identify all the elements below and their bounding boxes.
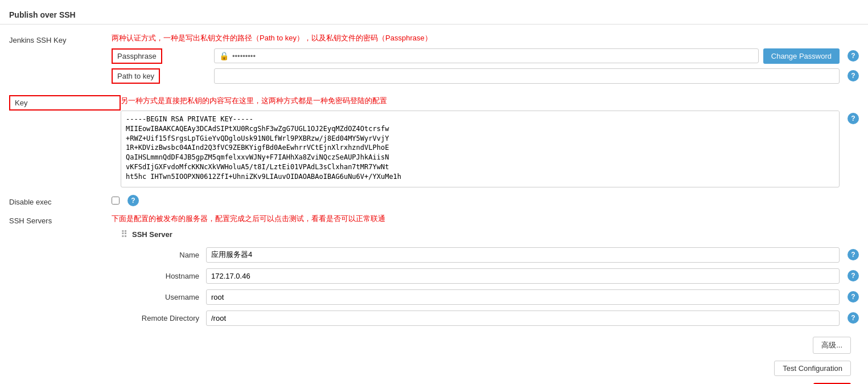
- lock-icon: 🔒: [219, 51, 229, 60]
- ssh-server-section: ⠿ SSH Server Name ? Hostname ?: [121, 229, 859, 329]
- server-name-control: ?: [206, 247, 859, 263]
- server-hostname-control: ?: [206, 268, 859, 284]
- server-username-label: Username: [121, 293, 206, 301]
- passphrase-input[interactable]: [232, 52, 754, 60]
- buttons-row: 高级...: [0, 332, 868, 358]
- server-remote-dir-input[interactable]: [206, 311, 840, 326]
- key-annotation: 另一种方式是直接把私钥的内容写在这里，这两种方式都是一种免密码登陆的配置: [121, 95, 859, 107]
- test-configuration-button[interactable]: Test Configuration: [774, 361, 851, 376]
- server-remote-dir-label: Remote Directory: [121, 314, 206, 322]
- server-hostname-input[interactable]: [206, 268, 840, 284]
- server-hostname-label: Hostname: [121, 272, 206, 280]
- ssh-server-header: ⠿ SSH Server: [121, 229, 859, 240]
- server-name-row: Name ?: [121, 244, 859, 265]
- server-username-row: Username ?: [121, 287, 859, 308]
- auth-annotation: 两种认证方式，一种是写出私钥文件的路径（Path to key），以及私钥文件的…: [112, 32, 859, 44]
- key-textarea[interactable]: [121, 111, 839, 185]
- path-to-key-help-icon[interactable]: ?: [848, 70, 859, 81]
- key-textarea-wrapper: [121, 111, 840, 187]
- server-remote-dir-row: Remote Directory ?: [121, 308, 859, 329]
- jenkins-ssh-key-row: Jenkins SSH Key 两种认证方式，一种是写出私钥文件的路径（Path…: [0, 30, 868, 92]
- drag-handle-icon[interactable]: ⠿: [121, 229, 127, 240]
- server-username-control: ?: [206, 289, 859, 305]
- server-username-input[interactable]: [206, 289, 840, 305]
- server-name-input[interactable]: [206, 247, 840, 263]
- disable-exec-row: Disable exec ?: [0, 191, 868, 210]
- key-label: Key: [9, 95, 121, 111]
- passphrase-label: Passphrase: [112, 48, 162, 64]
- server-name-help-icon[interactable]: ?: [848, 249, 859, 260]
- server-remote-dir-control: ?: [206, 311, 859, 326]
- delete-row: 删除: [0, 381, 868, 385]
- key-help-icon[interactable]: ?: [848, 113, 859, 124]
- advanced-button[interactable]: 高级...: [813, 337, 851, 354]
- page-container: Publish over SSH Jenkins SSH Key 两种认证方式，…: [0, 0, 868, 384]
- server-annotation: 下面是配置的被发布的服务器，配置完成之后可以点击测试，看看是否可以正常联通: [112, 213, 859, 224]
- test-config-row: Test Configuration: [0, 358, 868, 381]
- disable-exec-label: Disable exec: [9, 194, 112, 206]
- ssh-server-title: SSH Server: [132, 230, 172, 239]
- disable-exec-help-icon[interactable]: ?: [127, 195, 139, 206]
- change-password-button[interactable]: Change Password: [763, 48, 840, 64]
- key-row: Key 另一种方式是直接把私钥的内容写在这里，这两种方式都是一种免密码登陆的配置…: [0, 92, 868, 191]
- ssh-servers-row: SSH Servers 下面是配置的被发布的服务器，配置完成之后可以点击测试，看…: [0, 210, 868, 332]
- section-title: Publish over SSH: [0, 6, 868, 24]
- server-name-label: Name: [121, 251, 206, 259]
- server-hostname-row: Hostname ?: [121, 265, 859, 287]
- server-hostname-help-icon[interactable]: ?: [848, 270, 859, 281]
- path-to-key-label: Path to key: [112, 68, 160, 84]
- disable-exec-checkbox[interactable]: [112, 197, 120, 205]
- path-to-key-input[interactable]: [214, 68, 840, 84]
- jenkins-ssh-key-label: Jenkins SSH Key: [9, 32, 112, 44]
- ssh-servers-label: SSH Servers: [9, 213, 112, 225]
- server-remote-dir-help-icon[interactable]: ?: [848, 312, 859, 324]
- server-username-help-icon[interactable]: ?: [848, 291, 859, 303]
- passphrase-input-wrapper: 🔒: [214, 48, 759, 63]
- passphrase-help-icon[interactable]: ?: [848, 50, 859, 62]
